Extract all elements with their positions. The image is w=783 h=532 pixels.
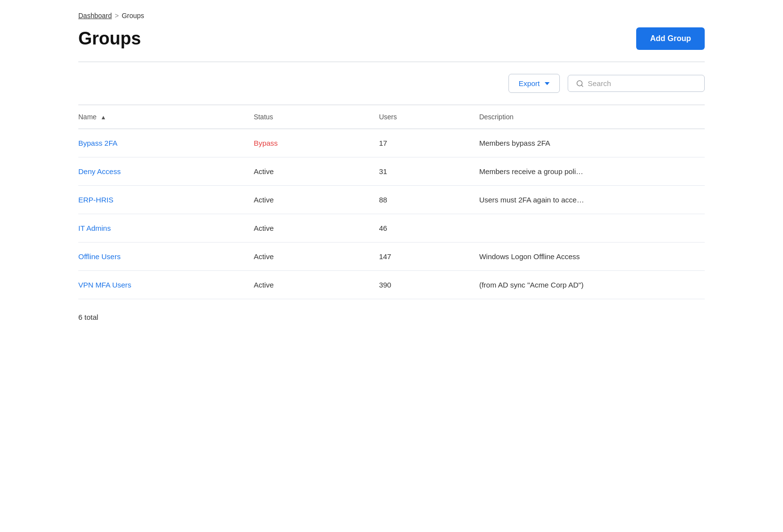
table-row: Offline Users Active 147 Windows Logon O… (78, 243, 705, 271)
group-status-cell: Bypass (253, 129, 379, 157)
group-description-cell: Members bypass 2FA (479, 129, 705, 157)
table-row: Deny Access Active 31 Members receive a … (78, 157, 705, 186)
table-body: Bypass 2FA Bypass 17 Members bypass 2FA … (78, 129, 705, 299)
group-name-link[interactable]: Deny Access (78, 167, 121, 176)
group-status-cell: Active (253, 186, 379, 214)
group-name-cell: ERP-HRIS (78, 186, 253, 214)
search-input[interactable] (588, 79, 696, 88)
table-row: IT Admins Active 46 (78, 214, 705, 243)
svg-line-1 (581, 85, 583, 87)
breadcrumb-separator: > (115, 12, 119, 20)
breadcrumb-current: Groups (122, 12, 144, 20)
group-name-link[interactable]: VPN MFA Users (78, 281, 131, 289)
search-container (568, 75, 705, 92)
page-header: Groups Add Group (78, 27, 705, 50)
group-name-link[interactable]: IT Admins (78, 224, 111, 232)
group-status-cell: Active (253, 157, 379, 186)
column-header-description[interactable]: Description (479, 105, 705, 129)
column-header-name[interactable]: Name ▲ (78, 105, 253, 129)
page-title: Groups (78, 28, 141, 49)
group-name-link[interactable]: ERP-HRIS (78, 196, 114, 204)
column-header-status[interactable]: Status (253, 105, 379, 129)
group-status-cell: Active (253, 271, 379, 299)
add-group-button[interactable]: Add Group (636, 27, 705, 50)
sort-arrow-icon: ▲ (100, 114, 106, 121)
group-users-cell: 46 (379, 214, 479, 243)
group-name-cell: IT Admins (78, 214, 253, 243)
group-users-cell: 31 (379, 157, 479, 186)
group-description-cell: Members receive a group poli… (479, 157, 705, 186)
group-users-cell: 147 (379, 243, 479, 271)
breadcrumb-dashboard[interactable]: Dashboard (78, 12, 112, 20)
table-row: VPN MFA Users Active 390 (from AD sync "… (78, 271, 705, 299)
table-header: Name ▲ Status Users Description (78, 105, 705, 129)
group-name-cell: Deny Access (78, 157, 253, 186)
group-status-cell: Active (253, 214, 379, 243)
group-users-cell: 88 (379, 186, 479, 214)
groups-table: Name ▲ Status Users Description Bypass 2… (78, 105, 705, 299)
table-row: Bypass 2FA Bypass 17 Members bypass 2FA (78, 129, 705, 157)
export-button[interactable]: Export (508, 74, 560, 93)
group-name-link[interactable]: Bypass 2FA (78, 139, 117, 147)
chevron-down-icon (545, 82, 550, 85)
breadcrumb: Dashboard > Groups (78, 12, 705, 20)
group-description-cell: (from AD sync "Acme Corp AD") (479, 271, 705, 299)
page-container: Dashboard > Groups Groups Add Group Expo… (59, 0, 724, 341)
group-description-cell: Users must 2FA again to acce… (479, 186, 705, 214)
footer-total: 6 total (78, 313, 705, 321)
column-header-users[interactable]: Users (379, 105, 479, 129)
group-name-cell: Bypass 2FA (78, 129, 253, 157)
group-status-cell: Active (253, 243, 379, 271)
group-users-cell: 17 (379, 129, 479, 157)
group-users-cell: 390 (379, 271, 479, 299)
group-description-cell: Windows Logon Offline Access (479, 243, 705, 271)
table-row: ERP-HRIS Active 88 Users must 2FA again … (78, 186, 705, 214)
export-label: Export (519, 79, 540, 88)
header-divider (78, 62, 705, 62)
group-name-link[interactable]: Offline Users (78, 252, 120, 261)
group-name-cell: VPN MFA Users (78, 271, 253, 299)
toolbar: Export (78, 74, 705, 93)
group-description-cell (479, 214, 705, 243)
group-name-cell: Offline Users (78, 243, 253, 271)
search-icon (576, 80, 584, 88)
